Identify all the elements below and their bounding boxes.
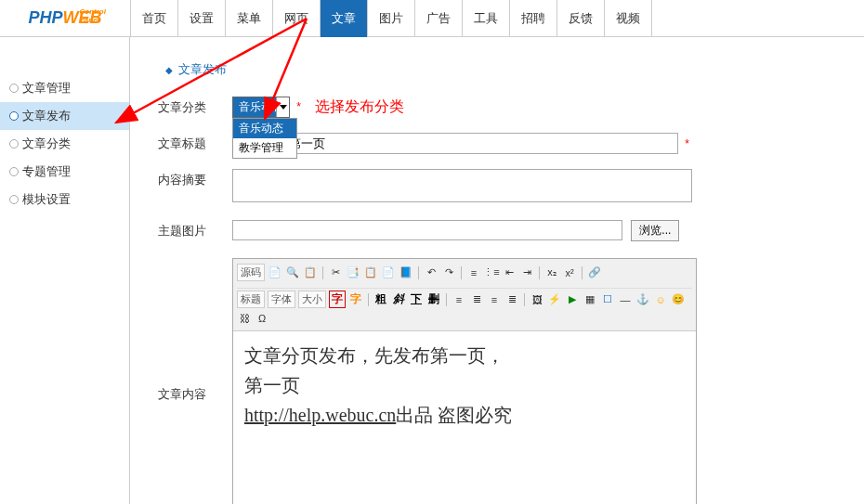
heading-button[interactable]: 标题	[237, 291, 265, 308]
undo-icon[interactable]: ↶	[424, 265, 439, 280]
editor-link[interactable]: http://help.webuc.cn	[244, 405, 396, 425]
dropdown-option[interactable]: 教学管理	[233, 138, 296, 158]
char-icon[interactable]: Ω	[255, 311, 269, 326]
text-color-icon[interactable]: 字	[329, 291, 346, 308]
unordered-list-icon[interactable]: ⋮≡	[484, 265, 499, 280]
copy-icon[interactable]: 📑	[346, 265, 360, 280]
top-nav-item[interactable]: 视频	[605, 0, 652, 37]
source-button[interactable]: 源码	[237, 264, 265, 281]
label-title: 文章标题	[158, 133, 232, 152]
align-center-icon[interactable]: ≣	[469, 292, 484, 307]
label-summary: 内容摘要	[158, 169, 232, 188]
top-nav-item[interactable]: 首页	[131, 0, 178, 37]
label-image: 主题图片	[158, 220, 232, 239]
hr-icon[interactable]: —	[618, 292, 633, 307]
label-category: 文章分类	[158, 97, 232, 116]
preview-icon[interactable]: 🔍	[285, 265, 300, 280]
sidebar-item[interactable]: 文章管理	[0, 74, 129, 102]
sub-icon[interactable]: x₂	[544, 265, 559, 280]
emoji-icon[interactable]: ☺	[653, 292, 668, 307]
image-icon[interactable]: 🖼	[530, 292, 544, 307]
editor-body[interactable]: 文章分页发布，先发布第一页， 第一页 http://help.webuc.cn出…	[233, 331, 696, 504]
media-icon[interactable]: ▶	[565, 292, 580, 307]
required-marker: *	[685, 137, 689, 150]
align-justify-icon[interactable]: ≣	[504, 292, 519, 307]
size-button[interactable]: 大小	[298, 291, 326, 308]
indent-icon[interactable]: ⇥	[519, 265, 534, 280]
editor-line: 文章分页发布，先发布第一页，	[244, 341, 685, 370]
table-icon[interactable]: ▦	[583, 292, 597, 307]
browse-button[interactable]: 浏览...	[631, 220, 679, 241]
dropdown-option[interactable]: 音乐动态	[233, 119, 296, 138]
row-category: 文章分类 音乐动态 音乐动态教学管理 * 选择发布分类	[158, 97, 836, 118]
flash-icon[interactable]: ⚡	[547, 292, 562, 307]
top-nav-item[interactable]: 菜单	[226, 0, 273, 37]
row-image: 主题图片 浏览...	[158, 220, 836, 241]
main: 文章管理文章发布文章分类专题管理模块设置 文章发布 文章分类 音乐动态 音乐动态…	[0, 37, 864, 504]
paste-icon[interactable]: 📋	[363, 265, 378, 280]
ordered-list-icon[interactable]: ≡	[466, 265, 481, 280]
category-select[interactable]: 音乐动态 音乐动态教学管理	[232, 97, 290, 118]
strike-icon[interactable]: 删	[426, 291, 441, 307]
sidebar-item[interactable]: 专题管理	[0, 158, 129, 186]
rich-editor: 源码 📄 🔍 📋 ✂ 📑 📋 📄 📘 ↶ ↷	[232, 258, 697, 504]
cut-icon[interactable]: ✂	[328, 265, 343, 280]
top-nav-item[interactable]: 设置	[178, 0, 226, 37]
row-summary: 内容摘要	[158, 169, 836, 205]
redo-icon[interactable]: ↷	[441, 265, 456, 280]
editor-toolbar: 源码 📄 🔍 📋 ✂ 📑 📋 📄 📘 ↶ ↷	[233, 259, 696, 331]
logo-subtitle: Control Panel	[79, 7, 105, 24]
top-nav-item[interactable]: 网页	[273, 0, 321, 37]
font-button[interactable]: 字体	[268, 291, 295, 308]
paste-text-icon[interactable]: 📄	[381, 265, 396, 280]
top-nav-item[interactable]: 图片	[368, 0, 415, 37]
align-right-icon[interactable]: ≡	[487, 292, 502, 307]
link-icon[interactable]: 🔗	[587, 265, 602, 280]
new-icon[interactable]: 📄	[268, 265, 282, 280]
label-content: 文章内容	[158, 256, 232, 403]
category-dropdown: 音乐动态教学管理	[232, 118, 297, 159]
editor-line: http://help.webuc.cn出品 盗图必究	[244, 400, 685, 430]
smiley-icon[interactable]: 😊	[671, 292, 686, 307]
title-input[interactable]	[232, 133, 678, 154]
anchor-icon[interactable]: ⚓	[635, 292, 650, 307]
header: PHPWEB Control Panel 首页设置菜单网页文章图片广告工具招聘反…	[0, 0, 864, 37]
align-left-icon[interactable]: ≡	[452, 292, 466, 307]
annotation-text: 选择发布分类	[315, 98, 404, 114]
editor-line: 第一页	[244, 370, 685, 400]
row-content: 文章内容 源码 📄 🔍 📋 ✂ 📑 📋 📄	[158, 256, 836, 504]
sidebar-item[interactable]: 文章分类	[0, 130, 129, 158]
bold-icon[interactable]: 粗	[373, 291, 388, 307]
outdent-icon[interactable]: ⇤	[502, 265, 517, 280]
top-nav: 首页设置菜单网页文章图片广告工具招聘反馈视频	[130, 0, 652, 36]
select-icon[interactable]: ☐	[600, 292, 615, 307]
top-nav-item[interactable]: 工具	[463, 0, 510, 37]
sidebar-item[interactable]: 文章发布	[0, 102, 129, 130]
paste-word-icon[interactable]: 📘	[399, 265, 413, 280]
required-marker: *	[296, 100, 301, 113]
logo: PHPWEB Control Panel	[0, 0, 130, 36]
editor-text: 出品 盗图必究	[396, 405, 512, 425]
top-nav-item[interactable]: 文章	[321, 0, 368, 37]
top-nav-item[interactable]: 招聘	[510, 0, 557, 37]
top-nav-item[interactable]: 反馈	[557, 0, 605, 37]
bg-color-icon[interactable]: 字	[348, 291, 363, 307]
italic-icon[interactable]: 斜	[391, 291, 406, 307]
underline-icon[interactable]: 下	[409, 291, 424, 307]
sidebar: 文章管理文章发布文章分类专题管理模块设置	[0, 37, 130, 504]
breadcrumb: 文章发布	[158, 56, 836, 97]
sup-icon[interactable]: x²	[562, 265, 577, 280]
chain-icon[interactable]: ⛓	[237, 311, 252, 326]
logo-php: PHP	[28, 8, 62, 27]
image-path-input[interactable]	[232, 220, 622, 240]
sidebar-item[interactable]: 模块设置	[0, 186, 129, 213]
template-icon[interactable]: 📋	[303, 265, 318, 280]
chevron-down-icon[interactable]	[276, 97, 289, 117]
top-nav-item[interactable]: 广告	[415, 0, 463, 37]
summary-input[interactable]	[232, 169, 692, 202]
content-area: 文章发布 文章分类 音乐动态 音乐动态教学管理 * 选择发布分类 文章标题 * …	[130, 37, 864, 504]
